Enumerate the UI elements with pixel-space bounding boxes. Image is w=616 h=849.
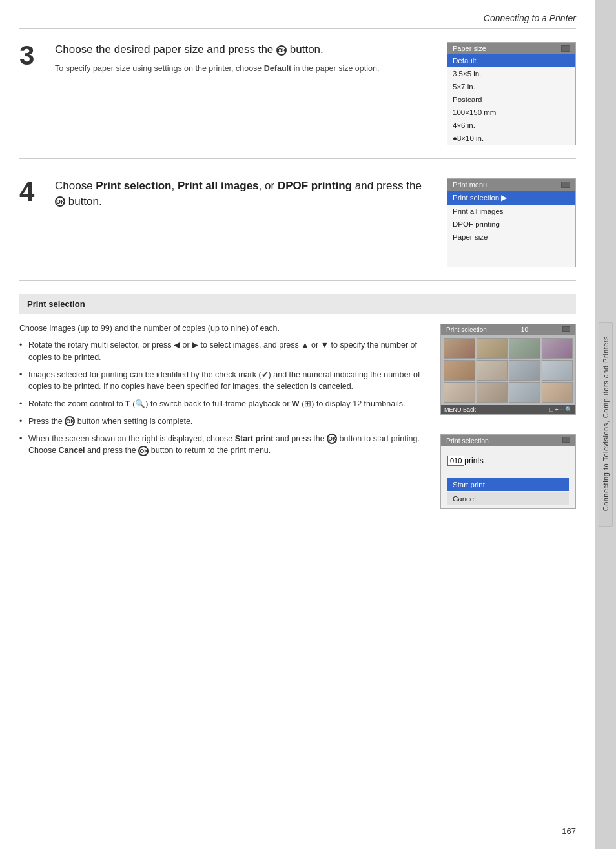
thumb-2 <box>477 338 508 359</box>
step4-screen-header: Print menu <box>447 179 575 191</box>
print-select-screen2: Print selection 010prints Start print Ca… <box>440 434 576 509</box>
ok-icon-bullet5b: OK <box>138 446 149 456</box>
thumb-11 <box>509 382 540 403</box>
print-selection-area: Choose images (up to 99) and the number … <box>19 324 576 509</box>
bullet-3: Rotate the zoom control to T (🔍) to swit… <box>19 398 427 410</box>
page-header: Connecting to a Printer <box>19 13 576 29</box>
step3-desc: To specify paper size using settings on … <box>55 63 434 75</box>
thumb-1 <box>444 338 475 359</box>
step4-left: 4 Choose Print selection, Print all imag… <box>19 178 434 267</box>
paper-size-8x10[interactable]: ●8×10 in. <box>447 132 575 145</box>
paper-size-3x5[interactable]: 3.5×5 in. <box>447 67 575 80</box>
page-number: 167 <box>562 826 576 836</box>
bullet-5: When the screen shown on the right is di… <box>19 433 427 457</box>
print-selection-text: Choose images (up to 99) and the number … <box>19 324 427 509</box>
print-screen-mini: Print selection 10 <box>440 324 576 415</box>
dpof-printing-item[interactable]: DPOF printing <box>447 218 575 231</box>
thumb-5 <box>444 360 475 381</box>
paper-size-menu-item[interactable]: Paper size <box>447 231 575 244</box>
thumb-12 <box>542 382 573 403</box>
step3-content: Choose the desired paper size and press … <box>55 42 434 75</box>
prints-count: 010prints <box>447 456 569 465</box>
bullet-list: Rotate the rotary multi selector, or pre… <box>19 339 427 457</box>
screens-column: Print selection 10 <box>440 324 576 509</box>
ok-icon-bullet4: OK <box>65 416 75 426</box>
divider <box>19 280 576 281</box>
print-select-screen2-header: Print selection <box>441 435 575 446</box>
section-box: Print selection <box>19 294 576 314</box>
paper-size-4x6[interactable]: 4×6 in. <box>447 119 575 132</box>
screen2-icon <box>562 437 570 443</box>
thumb-4 <box>542 338 573 359</box>
cancel-button[interactable]: Cancel <box>447 492 569 505</box>
paper-size-default[interactable]: Default <box>447 54 575 67</box>
thumbnail-grid <box>441 335 575 405</box>
ok-icon-bullet5a: OK <box>327 434 337 444</box>
paper-size-5x7[interactable]: 5×7 in. <box>447 80 575 93</box>
page-title: Connecting to a Printer <box>484 13 576 23</box>
print-selection-item[interactable]: Print selection ▶ <box>447 191 575 205</box>
screen-mini-icon <box>562 326 570 332</box>
step4-number: 4 <box>19 178 45 205</box>
step4-row: 4 Choose Print selection, Print all imag… <box>19 178 576 267</box>
step4-screen: Print menu Print selection ▶ Print all i… <box>447 178 576 267</box>
page-container: Connecting to a Printer 3 Choose the des… <box>0 0 616 849</box>
thumb-10 <box>477 382 508 403</box>
thumb-8 <box>542 360 573 381</box>
ok-icon-step4: OK <box>55 196 65 207</box>
thumb-9 <box>444 382 475 403</box>
side-tab-text: Connecting to Televisions, Computers and… <box>602 336 610 511</box>
thumb-6 <box>477 360 508 381</box>
section-title: Print selection <box>27 299 85 309</box>
mini-screen-footer: MENU Back □ + − 🔍 <box>441 405 575 414</box>
paper-size-postcard[interactable]: Postcard <box>447 93 575 106</box>
empty1 <box>447 244 575 251</box>
step3-screen-header: Paper size <box>447 43 575 54</box>
thumb-3 <box>509 338 540 359</box>
screen-icon2 <box>561 182 570 188</box>
bullet-1: Rotate the rotary multi selector, or pre… <box>19 339 427 364</box>
step3-row: 3 Choose the desired paper size and pres… <box>19 42 576 159</box>
section-intro: Choose images (up to 99) and the number … <box>19 324 427 333</box>
bullet-2: Images selected for printing can be iden… <box>19 369 427 393</box>
empty3 <box>447 259 575 267</box>
ok-icon-step3: OK <box>276 45 287 56</box>
step4-title: Choose Print selection, Print all images… <box>55 178 434 209</box>
paper-size-100x150[interactable]: 100×150 mm <box>447 106 575 119</box>
step4-content: Choose Print selection, Print all images… <box>55 178 434 215</box>
thumb-7 <box>509 360 540 381</box>
side-tab-inner: Connecting to Televisions, Computers and… <box>599 322 613 527</box>
empty2 <box>447 251 575 259</box>
start-print-button[interactable]: Start print <box>447 478 569 491</box>
step3-title: Choose the desired paper size and press … <box>55 42 434 58</box>
step3-number: 3 <box>19 42 45 69</box>
step3-screen: Paper size Default 3.5×5 in. 5×7 in. Pos… <box>447 42 576 145</box>
main-content: Connecting to a Printer 3 Choose the des… <box>0 0 595 849</box>
screen-icon <box>561 45 570 52</box>
print-screen-mini-header: Print selection 10 <box>441 324 575 335</box>
side-tab: Connecting to Televisions, Computers and… <box>595 0 616 849</box>
print-all-images-item[interactable]: Print all images <box>447 205 575 218</box>
print-select-body: 010prints Start print Cancel <box>441 446 575 508</box>
bullet-4: Press the OK button when setting is comp… <box>19 415 427 428</box>
step3-left: 3 Choose the desired paper size and pres… <box>19 42 434 145</box>
